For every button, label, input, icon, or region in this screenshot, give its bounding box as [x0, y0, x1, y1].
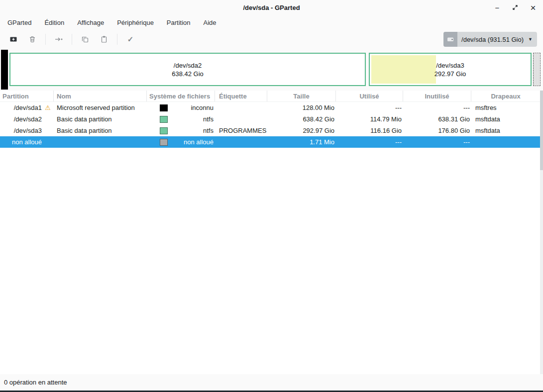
device-selector-value: /dev/sda (931.51 Gio): [461, 36, 524, 43]
partition-size: 638.42 Gio: [267, 115, 336, 123]
header-size[interactable]: Taille: [267, 91, 336, 101]
partition-label-name: Basic data partition: [54, 115, 147, 123]
apply-button[interactable]: ✓: [121, 32, 140, 47]
partition-label-name: Basic data partition: [54, 127, 147, 134]
new-partition-icon: [9, 35, 17, 43]
table-row-sda2[interactable]: /dev/sda2 Basic data partition ntfs 638.…: [0, 113, 540, 125]
header-partition[interactable]: Partition: [0, 91, 54, 101]
toolbar-separator: [45, 34, 46, 45]
disk-visual-view: /dev/sda2 638.42 Gio /dev/sda3 292.97 Gi…: [0, 49, 543, 91]
table-row-sda3[interactable]: /dev/sda3 Basic data partition ntfs PROG…: [0, 125, 540, 136]
partition-fs-label: PROGRAMMES: [215, 127, 267, 134]
filesystem-color-swatch: [160, 139, 168, 146]
menu-affichage[interactable]: Affichage: [71, 16, 110, 29]
partition-used: 114.79 Mio: [336, 115, 403, 123]
copy-icon: [81, 35, 89, 43]
apply-check-icon: ✓: [127, 35, 134, 44]
resize-move-button[interactable]: [49, 32, 68, 47]
warning-icon: ⚠: [42, 104, 54, 111]
partition-size: 128.00 Mio: [267, 104, 336, 111]
menu-peripherique[interactable]: Périphérique: [110, 16, 160, 29]
partition-unused: ---: [403, 104, 471, 111]
menu-aide[interactable]: Aide: [197, 16, 223, 29]
used-space-fill: [371, 55, 436, 84]
diskview-partition-sda3[interactable]: /dev/sda3 292.97 Gio: [369, 53, 532, 86]
menu-gparted[interactable]: GParted: [1, 16, 38, 29]
filesystem-name: ntfs: [168, 127, 215, 134]
header-name[interactable]: Nom: [54, 91, 147, 101]
filesystem-name: non alloué: [168, 138, 215, 146]
trash-icon: [28, 35, 36, 43]
status-bar: 0 opération en attente: [0, 374, 543, 391]
partition-name: /dev/sda3: [14, 127, 42, 134]
partition-flags: msftres: [471, 104, 540, 111]
paste-icon: [100, 35, 108, 43]
paste-button[interactable]: [95, 32, 113, 47]
header-flags[interactable]: Drapeaux: [471, 91, 540, 101]
partition-flags: msftdata: [471, 127, 540, 134]
partition-unused: 176.80 Gio: [403, 127, 471, 134]
diskview-partition-unallocated[interactable]: [533, 53, 541, 86]
header-used[interactable]: Utilisé: [336, 91, 403, 101]
filesystem-color-swatch: [160, 104, 168, 111]
delete-partition-button[interactable]: [23, 32, 42, 47]
close-button[interactable]: ×: [528, 2, 538, 12]
table-header-row: Partition Nom Système de fichiers Étique…: [0, 91, 540, 102]
header-unused[interactable]: Inutilisé: [403, 91, 471, 101]
partition-used: 116.16 Gio: [336, 127, 403, 134]
partition-size: 292.97 Gio: [267, 127, 336, 134]
partition-name: /dev/sda1: [14, 104, 42, 111]
chevron-down-icon: ▼: [528, 37, 533, 42]
diskview-partition-sda2[interactable]: /dev/sda2 638.42 Gio: [9, 53, 366, 86]
partition-name: /dev/sda3: [436, 61, 464, 70]
filesystem-color-swatch: [160, 116, 168, 123]
copy-button[interactable]: [76, 32, 95, 47]
partition-label-name: Microsoft reserved partition: [54, 104, 147, 111]
resize-move-icon: [54, 35, 63, 43]
table-row-unallocated[interactable]: non alloué non alloué 1.71 Mio --- ---: [0, 136, 540, 148]
restore-icon: [512, 4, 518, 10]
window-controls: − ×: [492, 0, 538, 15]
status-text: 0 opération en attente: [4, 379, 67, 386]
header-label[interactable]: Étiquette: [215, 91, 267, 101]
window-title: /dev/sda - GParted: [243, 4, 300, 11]
partition-unused: ---: [403, 138, 471, 146]
filesystem-name: inconnu: [168, 104, 215, 111]
toolbar-separator: [117, 34, 117, 45]
partition-unused: 638.31 Gio: [403, 115, 471, 123]
filesystem-color-swatch: [160, 127, 168, 134]
partition-name: /dev/sda2: [14, 115, 42, 123]
title-bar: /dev/sda - GParted − ×: [0, 0, 543, 15]
partition-flags: msftdata: [471, 115, 540, 123]
filesystem-name: ntfs: [168, 115, 215, 123]
toolbar-separator: [72, 34, 72, 45]
disk-drive-icon: [443, 32, 457, 47]
partition-size: 292.97 Gio: [434, 70, 466, 78]
menu-edition[interactable]: Édition: [38, 16, 71, 29]
partition-name: non alloué: [12, 138, 42, 146]
partition-size: 638.42 Gio: [172, 70, 204, 78]
diskview-partition-sda1[interactable]: [1, 50, 8, 90]
device-selector[interactable]: /dev/sda (931.51 Gio) ▼: [443, 32, 537, 47]
menu-partition[interactable]: Partition: [160, 16, 197, 29]
minimize-button[interactable]: −: [492, 2, 502, 12]
table-row-sda1[interactable]: /dev/sda1 ⚠ Microsoft reserved partition…: [0, 102, 540, 113]
new-partition-button[interactable]: [4, 32, 23, 47]
partition-size: 1.71 Mio: [267, 138, 336, 146]
partition-table: Partition Nom Système de fichiers Étique…: [0, 91, 540, 374]
partition-used: ---: [336, 138, 403, 146]
partition-name: /dev/sda2: [174, 61, 202, 70]
header-filesystem[interactable]: Système de fichiers: [147, 91, 215, 101]
partition-used: ---: [336, 104, 403, 111]
scrollbar-thumb[interactable]: [540, 91, 543, 170]
vertical-scrollbar[interactable]: [540, 91, 543, 374]
restore-button[interactable]: [510, 2, 520, 12]
menu-bar: GParted Édition Affichage Périphérique P…: [0, 15, 543, 30]
